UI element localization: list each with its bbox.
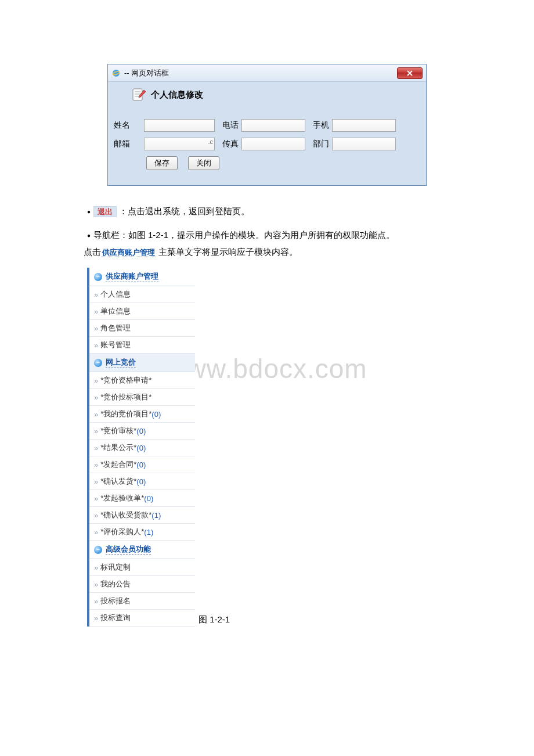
sidebar-item-count: (0)	[136, 477, 146, 486]
fax-field[interactable]	[241, 138, 305, 150]
email-field[interactable]: .c	[144, 138, 215, 150]
supplier-account-link[interactable]: 供应商账户管理	[101, 248, 156, 257]
section-title: 个人信息修改	[151, 89, 203, 100]
sidebar-group-title: 网上竞价	[106, 357, 136, 368]
chevron-icon: »	[94, 563, 98, 572]
chevron-icon: »	[94, 477, 98, 486]
sidebar-item[interactable]: »*我的竞价项目*(0)	[89, 406, 195, 423]
section-header: 个人信息修改	[108, 82, 426, 107]
chevron-icon: »	[94, 528, 98, 537]
chevron-icon: »	[94, 614, 98, 622]
sidebar-item-label: 单位信息	[100, 306, 131, 316]
edit-note-icon	[131, 87, 147, 103]
chevron-icon: »	[94, 341, 98, 350]
dialog-title: -- 网页对话框	[124, 68, 397, 78]
sidebar-item-label: 标讯定制	[100, 562, 131, 573]
close-button[interactable]	[397, 67, 423, 79]
nav-post: 主菜单文字将显示响应子模块内容。	[156, 247, 298, 257]
sidebar-group-header[interactable]: −供应商账户管理	[89, 268, 195, 286]
sidebar-item[interactable]: »投标查询	[89, 610, 195, 627]
sidebar-item[interactable]: »*确认发货*(0)	[89, 473, 195, 490]
sidebar-item[interactable]: »我的公告	[89, 576, 195, 593]
dept-field[interactable]	[332, 138, 396, 150]
logout-pill[interactable]: 退出	[93, 206, 117, 217]
sidebar-item-label: 账号管理	[100, 340, 131, 350]
sidebar-item[interactable]: »单位信息	[89, 303, 195, 320]
sidebar-item[interactable]: »*发起合同*(0)	[89, 456, 195, 473]
sidebar-group-header[interactable]: −网上竞价	[89, 354, 195, 372]
sidebar-item-count: (1)	[151, 511, 161, 520]
sidebar-item[interactable]: »标讯定制	[89, 559, 195, 576]
collapse-icon: −	[94, 546, 102, 554]
sidebar-item-count: (0)	[151, 410, 161, 419]
sidebar-item-label: *我的竞价项目*	[100, 409, 151, 419]
ie-icon	[111, 69, 121, 78]
collapse-icon: −	[94, 273, 102, 281]
label-name: 姓名	[111, 120, 144, 131]
web-dialog: -- 网页对话框 个人信息修改 姓名 电话	[107, 64, 427, 186]
chevron-icon: »	[94, 376, 98, 385]
sidebar-item-count: (0)	[136, 460, 146, 469]
sidebar-item[interactable]: »*评价采购人*(1)	[89, 524, 195, 541]
sidebar-item-count: (0)	[136, 444, 146, 452]
sidebar-item-count: (0)	[144, 494, 153, 503]
phone-field[interactable]	[241, 119, 305, 132]
sidebar-item-label: *确认发货*	[100, 476, 136, 487]
sidebar-item-label: 投标查询	[100, 613, 131, 623]
save-button[interactable]: 保存	[146, 156, 178, 170]
sidebar-item-label: *竞价投标项目*	[100, 392, 151, 402]
sidebar-group-header[interactable]: −高级会员功能	[89, 541, 195, 559]
mobile-field[interactable]	[332, 119, 396, 132]
sidebar-item-label: 个人信息	[100, 289, 131, 300]
sidebar-item[interactable]: »个人信息	[89, 286, 195, 303]
chevron-icon: »	[94, 580, 98, 589]
sidebar-item-label: *确认收受货款*	[100, 510, 151, 520]
chevron-icon: »	[94, 290, 98, 299]
label-dept: 部门	[308, 139, 332, 149]
label-fax: 传真	[217, 139, 241, 149]
nav-paragraph-1: 导航栏：如图 1-2-1，提示用户操作的模块。内容为用户所拥有的权限功能点。	[87, 227, 447, 243]
dialog-titlebar: -- 网页对话框	[108, 64, 426, 82]
label-email: 邮箱	[111, 139, 144, 149]
sidebar-item[interactable]: »*确认收受货款*(1)	[89, 507, 195, 524]
sidebar-item[interactable]: »账号管理	[89, 337, 195, 354]
nav-paragraph-2: 点击供应商账户管理 主菜单文字将显示响应子模块内容。	[84, 244, 447, 260]
sidebar-group-title: 供应商账户管理	[106, 271, 158, 282]
close-icon	[407, 70, 413, 76]
chevron-icon: »	[94, 427, 98, 435]
chevron-icon: »	[94, 444, 98, 452]
sidebar-item[interactable]: »*结果公示*(0)	[89, 440, 195, 456]
sidebar-item[interactable]: »*竞价资格申请*	[89, 372, 195, 389]
chevron-icon: »	[94, 410, 98, 419]
sidebar-item[interactable]: »*竞价审核*(0)	[89, 423, 195, 440]
sidebar-item-label: *发起合同*	[100, 459, 136, 470]
label-phone: 电话	[217, 120, 241, 131]
nav-line-1: 导航栏：如图 1-2-1，提示用户操作的模块。内容为用户所拥有的权限功能点。	[93, 230, 395, 240]
sidebar-item[interactable]: »投标报名	[89, 593, 195, 610]
sidebar-group-title: 高级会员功能	[106, 544, 151, 555]
sidebar-item-label: *评价采购人*	[100, 527, 144, 537]
sidebar-item-count: (0)	[136, 427, 146, 435]
sidebar-item[interactable]: »角色管理	[89, 320, 195, 337]
chevron-icon: »	[94, 324, 98, 333]
sidebar-item-label: *结果公示*	[100, 442, 136, 453]
name-field[interactable]	[144, 119, 215, 132]
sidebar-item[interactable]: »*发起验收单*(0)	[89, 490, 195, 507]
chevron-icon: »	[94, 494, 98, 503]
chevron-icon: »	[94, 307, 98, 316]
chevron-icon: »	[94, 597, 98, 606]
collapse-icon: −	[94, 359, 102, 367]
sidebar-item-label: *竞价审核*	[100, 426, 136, 436]
close-dialog-button[interactable]: 关闭	[188, 156, 219, 170]
sidebar-item-label: 角色管理	[100, 323, 131, 333]
figure-caption: 图 1-2-1	[199, 614, 230, 627]
sidebar-item-label: *竞价资格申请*	[100, 375, 151, 386]
label-mobile: 手机	[308, 120, 332, 131]
sidebar-item-count: (1)	[144, 528, 153, 537]
sidebar-item[interactable]: »*竞价投标项目*	[89, 389, 195, 406]
sidebar-item-label: *发起验收单*	[100, 493, 144, 503]
chevron-icon: »	[94, 511, 98, 520]
sidebar-item-label: 投标报名	[100, 596, 131, 606]
logout-paragraph: 退出 ：点击退出系统，返回到登陆页。	[87, 203, 447, 219]
logout-text: ：点击退出系统，返回到登陆页。	[119, 206, 250, 216]
